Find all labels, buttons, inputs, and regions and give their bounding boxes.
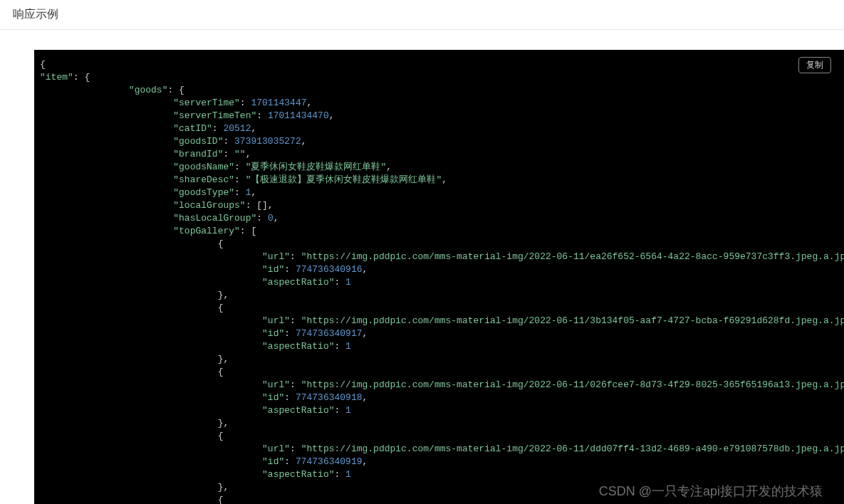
header-title: 响应示例 bbox=[13, 8, 58, 20]
section-header: 响应示例 bbox=[0, 0, 844, 30]
code-block: 复制 {"item": { "goods": { "serverTime": 1… bbox=[34, 50, 844, 504]
code-content: {"item": { "goods": { "serverTime": 1701… bbox=[40, 58, 838, 504]
copy-button[interactable]: 复制 bbox=[798, 57, 831, 73]
